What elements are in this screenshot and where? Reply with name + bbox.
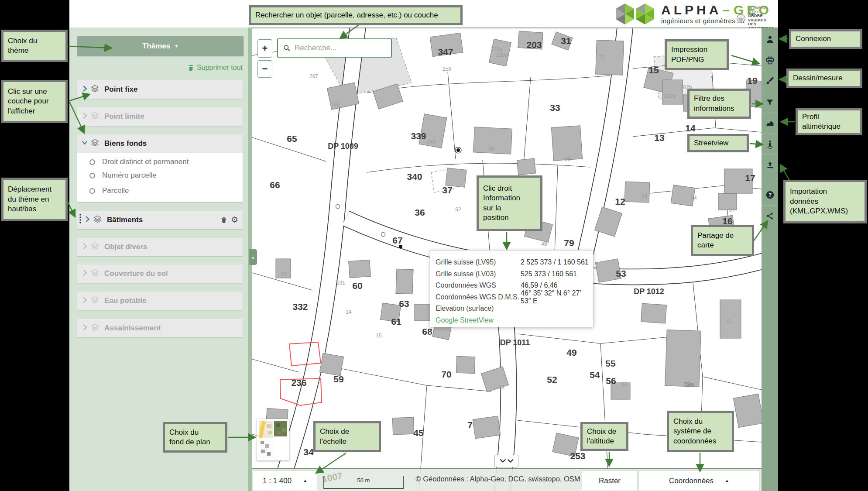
elevation-profile-button[interactable] bbox=[762, 113, 778, 134]
print-button[interactable] bbox=[762, 50, 778, 71]
parcel-label: 14 bbox=[685, 123, 695, 134]
question-mark-icon: ? bbox=[765, 190, 775, 199]
parcel-label: 13 bbox=[654, 133, 664, 143]
parcel-label: 23 bbox=[498, 385, 504, 391]
parcel-label: 46 bbox=[541, 241, 547, 247]
parcel-label: 61 bbox=[391, 316, 401, 327]
layers-icon bbox=[90, 295, 102, 306]
parcel-label: 45 bbox=[413, 428, 423, 438]
connexion-button[interactable] bbox=[762, 29, 778, 50]
callout-clic-droit: Clic droit Information sur la position bbox=[477, 175, 542, 231]
parcel-label: 67 bbox=[392, 235, 402, 246]
streetview-button[interactable] bbox=[762, 134, 778, 155]
parcel-label: DP 1009 bbox=[328, 142, 358, 151]
search-box[interactable] bbox=[277, 38, 392, 58]
layers-icon bbox=[90, 111, 102, 122]
sublayer-numero-parcelle[interactable]: Numéro parcelle bbox=[77, 169, 243, 182]
chevron-right-icon bbox=[82, 215, 93, 225]
chevron-right-icon bbox=[79, 112, 90, 121]
chevron-right-icon bbox=[79, 296, 90, 306]
zoom-in-button[interactable]: + bbox=[257, 39, 272, 58]
parcel-label: 93 bbox=[642, 193, 647, 199]
parcel-label: 55 bbox=[605, 358, 615, 369]
callout-fond-plan: Choix du fond de plan bbox=[163, 422, 227, 453]
search-input[interactable] bbox=[294, 43, 383, 53]
layer-row-assainissement[interactable]: Assainissement bbox=[77, 319, 243, 337]
callout-connexion: Connexion bbox=[789, 29, 862, 49]
parcel-label: 230g bbox=[491, 46, 503, 52]
parcel-label: 33 bbox=[550, 103, 560, 113]
svg-text:?: ? bbox=[768, 192, 771, 198]
scale-bar: 50 m bbox=[323, 476, 404, 489]
themes-dropdown-button[interactable]: Thèmes▼ bbox=[77, 36, 244, 56]
parcel-label: 22 bbox=[281, 271, 287, 278]
callout-profil: Profil altimétrique bbox=[796, 108, 862, 135]
trash-icon[interactable] bbox=[220, 216, 227, 224]
parcel-label: DP 1011 bbox=[500, 338, 530, 347]
chevron-right-icon bbox=[79, 323, 90, 333]
chevron-down-icon: ▼ bbox=[174, 44, 178, 48]
layer-row-couverture-sol[interactable]: Couverture du sol bbox=[77, 264, 243, 283]
help-button[interactable]: ? bbox=[762, 184, 778, 205]
radio-circle-icon bbox=[89, 159, 95, 165]
filter-funnel-icon bbox=[765, 98, 774, 107]
layers-icon bbox=[90, 242, 102, 252]
callout-deplacement: Déplacement du thème en haut/bas bbox=[1, 178, 68, 221]
parcel-label: 49 bbox=[566, 347, 576, 358]
parcel-label: 246 bbox=[427, 139, 436, 145]
parcel-label: 36 bbox=[415, 207, 425, 218]
sublayer-parcelle[interactable]: Parcelle bbox=[77, 184, 243, 197]
basemap-switcher-thumbnail[interactable] bbox=[257, 419, 289, 460]
parcel-label: 340 bbox=[407, 172, 422, 182]
parcel-label: 37 bbox=[442, 185, 452, 196]
layer-row-eau-potable[interactable]: Eau potable bbox=[77, 292, 243, 310]
layers-icon bbox=[93, 215, 104, 225]
drag-handle-icon[interactable] bbox=[79, 213, 82, 227]
sublayer-droit-distinct[interactable]: Droit distinct et permanent bbox=[77, 155, 243, 168]
badge-seal-icon bbox=[736, 13, 746, 24]
coordinate-system-select[interactable]: Coordonnées ▲ bbox=[639, 471, 759, 491]
parcel-label: 17 bbox=[745, 173, 755, 183]
parcel-label: 236 bbox=[291, 378, 306, 388]
parcel-label: DP 1012 bbox=[634, 287, 664, 296]
theme-sidebar: Thèmes▼ Supprimer tout Point fixe Point … bbox=[69, 27, 248, 491]
layer-row-biens-fonds[interactable]: Biens fonds bbox=[77, 134, 243, 153]
filter-info-button[interactable] bbox=[762, 92, 778, 113]
parcel-label: 202a bbox=[664, 93, 676, 99]
user-icon bbox=[765, 35, 775, 44]
callout-search: Rechercher un objet (parcelle, adresse, … bbox=[249, 5, 463, 25]
parcel-label: 81 bbox=[726, 318, 732, 324]
parcel-label: 65 bbox=[489, 146, 494, 152]
double-chevron-down-icon bbox=[498, 458, 515, 464]
draw-measure-button[interactable] bbox=[762, 71, 778, 92]
altitude-select[interactable]: Raster bbox=[582, 471, 637, 491]
parcel-label: 7 bbox=[467, 420, 473, 430]
parcel-label: 60 bbox=[352, 281, 362, 291]
layer-row-objet-divers[interactable]: Objet divers bbox=[77, 238, 243, 256]
zoom-out-button[interactable]: − bbox=[257, 60, 272, 78]
parcel-label: 53 bbox=[616, 268, 626, 279]
callout-coords: Choix du système de coordonnées bbox=[667, 411, 734, 452]
printer-icon bbox=[765, 56, 775, 65]
parcel-label: 15 bbox=[648, 65, 659, 76]
gear-icon[interactable]: ⚙ bbox=[231, 216, 238, 224]
parcel-label: 68 bbox=[422, 326, 432, 337]
bottom-panel-collapse-button[interactable] bbox=[494, 455, 518, 467]
parcel-label: 230a bbox=[496, 52, 508, 58]
google-streetview-link[interactable]: Google StreetView bbox=[436, 315, 593, 326]
import-data-button[interactable] bbox=[762, 155, 778, 175]
logo-hexagons-icon bbox=[613, 2, 657, 26]
clear-all-button[interactable]: Supprimer tout bbox=[187, 64, 243, 72]
sidebar-collapse-tab[interactable]: « bbox=[249, 249, 257, 265]
layer-row-point-fixe[interactable]: Point fixe bbox=[77, 80, 243, 99]
scale-select[interactable]: 1 : 1 400 ▲ bbox=[253, 471, 317, 491]
callout-clic-couche: Clic sur une couche pour l'afficher bbox=[1, 80, 68, 123]
layers-icon bbox=[90, 323, 102, 333]
callout-filtre: Filtre des informations bbox=[687, 89, 751, 119]
layer-row-batiments[interactable]: Bâtiments ⚙ bbox=[77, 211, 243, 229]
parcel-label: 332 bbox=[292, 302, 308, 312]
share-button[interactable] bbox=[762, 205, 778, 226]
layer-row-point-limite[interactable]: Point limite bbox=[77, 107, 243, 126]
attribution-text: © Géodonnées : Alpha-Geo, DCG, swisstopo… bbox=[404, 475, 592, 483]
parcel-label: 79 bbox=[564, 238, 574, 248]
